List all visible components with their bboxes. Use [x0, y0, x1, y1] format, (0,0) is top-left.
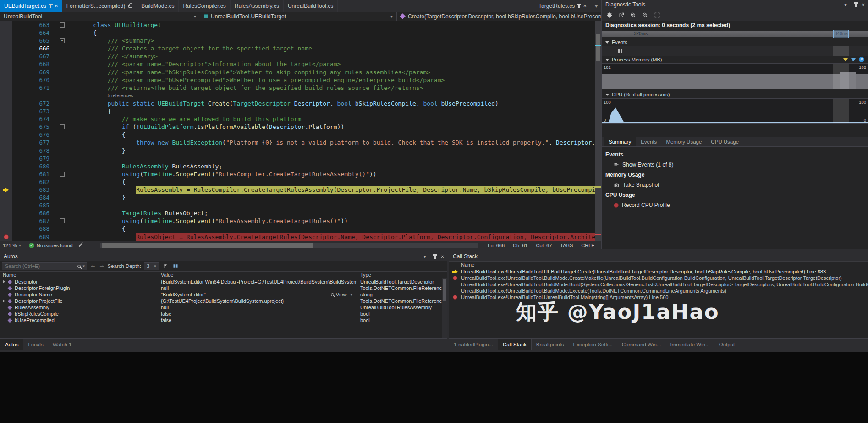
value-view-dropdown[interactable]: View▾	[331, 292, 354, 298]
scrollbar-thumb[interactable]	[102, 243, 314, 248]
glyph-margin[interactable]	[0, 29, 12, 37]
editor-horizontal-scrollbar[interactable]	[100, 243, 478, 248]
scrollbar-thumb[interactable]	[443, 279, 446, 301]
stack-frame-row[interactable]: UnrealBuildTool.exe!UnrealBuildTool.UEBu…	[449, 268, 868, 275]
breadcrumb-project-dropdown[interactable]: UnrealBuildTool ▾	[0, 12, 200, 21]
fold-toggle-icon[interactable]: -	[60, 22, 65, 28]
glyph-margin[interactable]	[0, 21, 12, 29]
glyph-margin[interactable]	[0, 217, 12, 225]
glyph-margin[interactable]	[0, 233, 12, 241]
search-next-button[interactable]: →	[99, 263, 104, 269]
breakpoint-icon[interactable]	[4, 234, 9, 239]
zoom-in-icon[interactable]	[630, 12, 637, 18]
doc-tab[interactable]: RulesAssembly.cs	[231, 0, 284, 12]
column-header-name[interactable]: Name	[0, 272, 158, 278]
close-icon[interactable]: ×	[440, 254, 445, 260]
cpu-section-header[interactable]: CPU (% of all processors)	[602, 91, 868, 98]
doc-tab[interactable]: UnrealBuildTool.cs	[284, 0, 338, 12]
glyph-margin[interactable]	[0, 201, 12, 209]
tab-output[interactable]: Output	[714, 339, 740, 350]
table-row[interactable]: Descriptor{BuildSystemEditor Win64 Debug…	[0, 278, 447, 285]
filter-blue-icon[interactable]	[851, 58, 856, 61]
reset-view-icon[interactable]	[654, 12, 660, 18]
tab-summary[interactable]: Summary	[604, 137, 636, 146]
fold-toggle-icon[interactable]: -	[60, 38, 65, 43]
glyph-margin[interactable]	[0, 52, 12, 60]
glyph-margin[interactable]	[0, 92, 12, 100]
glyph-margin[interactable]	[0, 139, 12, 146]
memory-graph[interactable]: 182 0 182 0	[602, 63, 868, 89]
fold-toggle-icon[interactable]: -	[60, 124, 65, 129]
zoom-level-dropdown[interactable]: 121 %	[3, 243, 17, 248]
events-track[interactable]	[602, 46, 868, 56]
tab-immediate-win[interactable]: Immediate Win...	[665, 339, 714, 350]
glyph-margin[interactable]	[0, 162, 12, 170]
window-position-button[interactable]: ▾	[423, 254, 426, 260]
scrollbar-thumb[interactable]	[596, 34, 600, 61]
autos-vertical-scrollbar[interactable]	[442, 278, 447, 338]
tab-breakpoints[interactable]: Breakpoints	[532, 339, 569, 350]
breadcrumb-type-dropdown[interactable]: UnrealBuildTool.UEBuildTarget ▾	[200, 12, 397, 21]
glyph-margin[interactable]	[0, 68, 12, 76]
table-row[interactable]: Descriptor.ProjectFile{G:\TestUE4Project…	[0, 298, 447, 304]
code-editor[interactable]: 663- class UEBuildTarget664 {665- /// <s…	[0, 21, 601, 241]
tab-enabledplugin[interactable]: 'EnabledPlugin...	[449, 339, 498, 350]
table-row[interactable]: Descriptor.ForeignPluginnullTools.DotNET…	[0, 285, 447, 291]
export-icon[interactable]	[618, 12, 625, 18]
close-icon[interactable]: ×	[583, 3, 587, 9]
glyph-margin[interactable]	[0, 84, 12, 92]
gear-icon[interactable]	[606, 12, 613, 18]
tab-overflow-button[interactable]: ▾	[591, 0, 601, 12]
tab-cpu-usage[interactable]: CPU Usage	[706, 137, 743, 146]
glyph-margin[interactable]	[0, 170, 12, 178]
glyph-margin[interactable]	[0, 186, 12, 194]
zoom-out-icon[interactable]	[642, 12, 648, 18]
glyph-margin[interactable]	[0, 76, 12, 84]
expander-icon[interactable]	[3, 299, 5, 303]
glyph-margin[interactable]	[0, 107, 12, 115]
glyph-margin[interactable]	[0, 60, 12, 68]
glyph-margin[interactable]	[0, 147, 12, 155]
column-header-value[interactable]: Value	[158, 272, 357, 278]
cpu-graph[interactable]: 100 0 100 0	[602, 98, 868, 124]
doc-tab[interactable]: FormatterS...ecompiled)	[62, 0, 137, 12]
table-row[interactable]: RulesAssemblynullUnrealBuildTool.RulesAs…	[0, 304, 447, 311]
events-section-header[interactable]: Events	[602, 39, 868, 46]
preview-doc-tab[interactable]: TargetRules.cs×	[534, 0, 591, 12]
glyph-margin[interactable]	[0, 45, 12, 52]
doc-tab[interactable]: BuildMode.cs	[137, 0, 179, 12]
code-lens-references[interactable]: 5 references	[108, 92, 133, 100]
column-header-type[interactable]: Type	[357, 272, 447, 278]
pin-icon[interactable]	[50, 4, 51, 8]
take-snapshot-button[interactable]: Take Snapshot	[602, 180, 868, 190]
tab-memory-usage[interactable]: Memory Usage	[661, 137, 706, 146]
doc-tab[interactable]: RulesCompiler.cs	[179, 0, 230, 12]
fold-toggle-icon[interactable]: -	[60, 172, 65, 177]
record-cpu-profile-button[interactable]: Record CPU Profile	[602, 200, 868, 210]
glyph-margin[interactable]	[0, 123, 12, 131]
flag-icon[interactable]	[162, 262, 169, 270]
search-prev-button[interactable]: ←	[90, 263, 96, 269]
column-header-name[interactable]: Name	[449, 262, 868, 268]
glyph-margin[interactable]	[0, 100, 12, 107]
tab-call-stack[interactable]: Call Stack	[498, 339, 532, 350]
columns-icon[interactable]	[172, 262, 179, 270]
show-events-link[interactable]: Show Events (1 of 8)	[602, 160, 868, 170]
search-depth-dropdown[interactable]: 3 ▾	[144, 262, 159, 270]
timeline-selection[interactable]	[833, 30, 849, 38]
timeline-ruler[interactable]: 320ms 340ms	[602, 29, 868, 39]
table-row[interactable]: bSkipRulesCompilefalsebool	[0, 311, 447, 317]
tab-watch-1[interactable]: Watch 1	[48, 339, 77, 350]
pin-icon[interactable]	[434, 255, 436, 259]
close-icon[interactable]: ×	[55, 3, 58, 9]
expander-icon[interactable]	[3, 280, 5, 284]
doc-tab[interactable]: UEBuildTarget.cs×	[0, 0, 62, 12]
fold-toggle-icon[interactable]: -	[60, 218, 65, 223]
table-row[interactable]: bUsePrecompiledfalsebool	[0, 317, 447, 323]
glyph-margin[interactable]	[0, 131, 12, 139]
pin-icon[interactable]	[578, 4, 580, 8]
close-icon[interactable]: ×	[861, 2, 865, 8]
stack-frame-row[interactable]: UnrealBuildTool.exe!UnrealBuildTool.Buil…	[449, 288, 868, 294]
tab-command-win[interactable]: Command Win...	[617, 339, 666, 350]
window-position-button[interactable]: ▾	[844, 2, 847, 8]
